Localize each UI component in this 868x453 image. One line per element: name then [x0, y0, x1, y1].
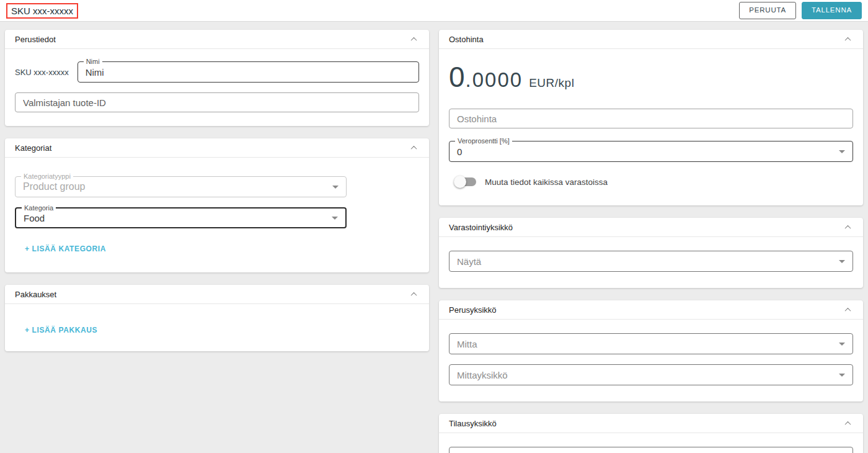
card-perusyksikko-header: Perusyksikkö [439, 300, 863, 320]
vat-percent-value: 0 [457, 146, 462, 157]
name-field-label: Nimi [84, 58, 102, 65]
default-order-unit-select[interactable]: Oletusarvoisen tilausyksikön valinta [449, 447, 853, 453]
toggle-row: Muuta tiedot kaikissa varastoissa [449, 176, 853, 188]
toggle-thumb [454, 176, 466, 188]
card-pakkaukset-title: Pakkaukset [15, 290, 56, 299]
name-input[interactable] [86, 67, 411, 78]
card-tilausyksikko-header: Tilausyksikkö [439, 414, 863, 433]
chevron-up-icon [844, 307, 851, 313]
card-perustiedot-header: Perustiedot [5, 30, 429, 49]
card-tilausyksikko: Tilausyksikkö Oletusarvoisen tilausyksik… [439, 414, 863, 453]
card-varastointiyksikko-title: Varastointiyksikkö [449, 223, 513, 232]
category-label: Kategoria [22, 204, 56, 212]
card-kategoriat: Kategoriat Kategoriatyyppi Product group… [5, 138, 429, 272]
name-field: Nimi [78, 61, 419, 83]
sku-row: SKU xxx-xxxxx Nimi [15, 61, 419, 83]
card-varastointiyksikko-body: Näytä [439, 237, 863, 288]
vat-percent-select[interactable]: Veroprosentti [%] 0 [449, 141, 853, 162]
price-display: 0 .0000 EUR/kpl [449, 60, 853, 94]
price-decimals: .0000 [466, 68, 523, 92]
card-kategoriat-header: Kategoriat [5, 138, 429, 158]
content: Perustiedot SKU xxx-xxxxx Nimi Kategoria… [0, 22, 868, 453]
category-value: Food [24, 213, 45, 223]
storage-unit-value: Näytä [457, 256, 481, 267]
collapse-varastointiyksikko-button[interactable] [842, 222, 853, 233]
card-perusyksikko: Perusyksikkö Mitta Mittayksikkö [439, 300, 863, 401]
toggle-label: Muuta tiedot kaikissa varastoissa [485, 177, 608, 187]
card-kategoriat-title: Kategoriat [15, 143, 51, 153]
add-package-button[interactable]: + LISÄÄ PAKKAUS [25, 326, 97, 334]
collapse-perusyksikko-button[interactable] [842, 304, 853, 315]
card-tilausyksikko-body: Oletusarvoisen tilausyksikön valinta [439, 433, 863, 453]
card-varastointiyksikko: Varastointiyksikkö Näytä [439, 218, 863, 288]
measure-value: Mitta [457, 339, 477, 349]
chevron-up-icon [410, 292, 417, 298]
card-perustiedot: Perustiedot SKU xxx-xxxxx Nimi [5, 30, 429, 126]
card-ostohinta-body: 0 .0000 EUR/kpl Veroprosentti [%] 0 Muut… [439, 49, 863, 205]
chevron-up-icon [844, 421, 851, 427]
card-tilausyksikko-title: Tilausyksikkö [449, 419, 497, 428]
manufacturer-product-id-input[interactable] [15, 92, 419, 112]
measure-unit-select[interactable]: Mittayksikkö [449, 364, 853, 385]
sku-label: SKU xxx-xxxxx [15, 68, 69, 77]
measure-select[interactable]: Mitta [449, 333, 853, 354]
save-button[interactable]: TALLENNA [802, 2, 862, 19]
price-unit: EUR/kpl [529, 76, 574, 90]
change-all-warehouses-toggle[interactable] [454, 176, 477, 188]
card-varastointiyksikko-header: Varastointiyksikkö [439, 218, 863, 237]
card-pakkaukset-body: + LISÄÄ PAKKAUS [5, 304, 429, 351]
card-ostohinta-title: Ostohinta [449, 35, 484, 44]
chevron-up-icon [844, 225, 851, 231]
purchase-price-input[interactable] [449, 109, 853, 128]
dropdown-arrow-icon [332, 217, 338, 220]
card-pakkaukset-header: Pakkaukset [5, 285, 429, 304]
card-ostohinta: Ostohinta 0 .0000 EUR/kpl Veroprosentti … [439, 30, 863, 205]
topbar: SKU xxx-xxxxx PERUUTA TALLENNA [0, 0, 868, 22]
category-type-label: Kategoriatyyppi [21, 173, 73, 180]
dropdown-arrow-icon [839, 374, 845, 377]
card-ostohinta-header: Ostohinta [439, 30, 863, 49]
card-kategoriat-body: Kategoriatyyppi Product group Kategoria … [5, 158, 429, 272]
page-title-text: SKU xxx-xxxxx [11, 6, 73, 16]
chevron-up-icon [410, 37, 417, 43]
category-type-value: Product group [23, 181, 86, 192]
right-column: Ostohinta 0 .0000 EUR/kpl Veroprosentti … [439, 30, 863, 453]
collapse-ostohinta-button[interactable] [842, 34, 853, 45]
card-perustiedot-body: SKU xxx-xxxxx Nimi [5, 49, 429, 126]
collapse-pakkaukset-button[interactable] [408, 289, 419, 300]
price-integer: 0 [449, 60, 466, 94]
topbar-actions: PERUUTA TALLENNA [739, 2, 862, 19]
card-perustiedot-title: Perustiedot [15, 35, 56, 44]
category-type-select: Kategoriatyyppi Product group [15, 176, 347, 197]
vat-percent-label: Veroprosentti [%] [455, 137, 512, 145]
chevron-up-icon [410, 145, 417, 151]
collapse-tilausyksikko-button[interactable] [842, 418, 853, 429]
collapse-kategoriat-button[interactable] [408, 142, 419, 153]
chevron-up-icon [844, 37, 851, 43]
left-column: Perustiedot SKU xxx-xxxxx Nimi Kategoria… [5, 30, 429, 364]
page-title: SKU xxx-xxxxx [6, 3, 78, 19]
storage-unit-select[interactable]: Näytä [449, 251, 853, 272]
dropdown-arrow-icon [839, 260, 845, 263]
dropdown-arrow-icon [839, 343, 845, 346]
dropdown-arrow-icon [332, 186, 339, 189]
measure-unit-value: Mittayksikkö [457, 370, 508, 380]
add-category-button[interactable]: + LISÄÄ KATEGORIA [25, 244, 106, 253]
card-pakkaukset: Pakkaukset + LISÄÄ PAKKAUS [5, 285, 429, 351]
collapse-perustiedot-button[interactable] [408, 34, 419, 45]
card-perusyksikko-title: Perusyksikkö [449, 305, 497, 315]
dropdown-arrow-icon [839, 150, 845, 153]
card-perusyksikko-body: Mitta Mittayksikkö [439, 320, 863, 401]
category-select[interactable]: Kategoria Food [15, 207, 347, 228]
cancel-button[interactable]: PERUUTA [739, 2, 796, 19]
